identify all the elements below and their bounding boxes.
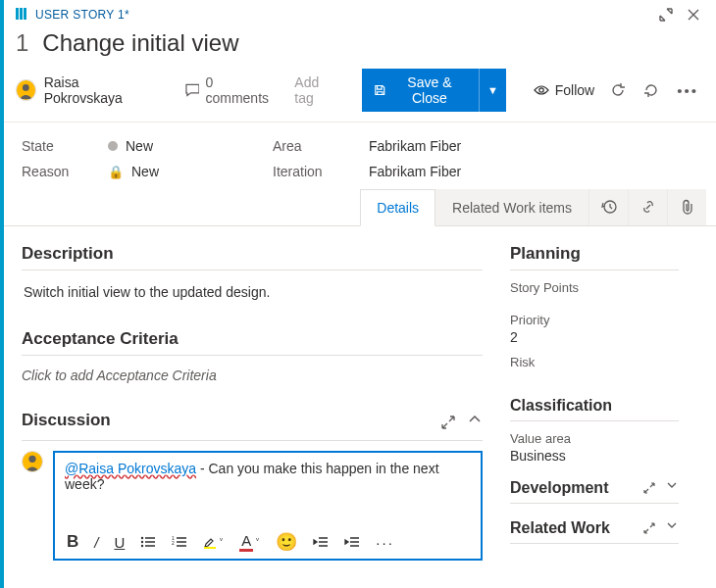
divider [22, 355, 483, 356]
font-color-button[interactable]: A˅ [239, 532, 260, 552]
divider [22, 270, 483, 270]
description-text[interactable]: Switch initial view to the updated desig… [22, 280, 483, 304]
undo-icon[interactable] [641, 80, 661, 100]
svg-point-3 [28, 456, 35, 463]
work-item-title[interactable]: Change initial view [42, 29, 238, 57]
assigned-to[interactable]: Raisa Pokrovskaya [44, 74, 154, 106]
lock-icon: 🔒 [108, 165, 124, 179]
related-work-title: Related Work [510, 519, 679, 537]
fields-grid: State New Area Fabrikam Fiber Reason 🔒Ne… [0, 122, 716, 189]
avatar[interactable] [16, 79, 36, 101]
area-label: Area [273, 138, 351, 154]
numbered-list-button[interactable]: 12 [172, 535, 187, 549]
editor-toolbar: B / U 12 ˅ A˅ 🙂 [55, 525, 481, 559]
acceptance-criteria-placeholder[interactable]: Click to add Acceptance Criteria [22, 366, 483, 385]
eye-icon [534, 84, 549, 96]
divider [510, 270, 679, 270]
divider [510, 420, 679, 421]
svg-point-4 [141, 537, 143, 539]
main-column: Description Switch initial view to the u… [0, 226, 500, 561]
comments-label: 0 comments [205, 74, 275, 106]
emoji-button[interactable]: 🙂 [276, 531, 297, 553]
svg-text:2: 2 [172, 540, 175, 546]
divider [22, 440, 483, 441]
value-area-label: Value area [510, 431, 679, 446]
priority-label: Priority [510, 313, 679, 327]
classification-title: Classification [510, 397, 679, 415]
discussion-title: Discussion [22, 411, 111, 430]
description-title: Description [22, 244, 483, 264]
close-icon[interactable] [685, 6, 702, 24]
bullet-list-button[interactable] [140, 535, 156, 549]
more-actions-icon[interactable]: ••• [675, 80, 700, 101]
refresh-icon[interactable] [608, 80, 628, 100]
state-value[interactable]: New [108, 138, 255, 154]
state-dot-icon [108, 141, 118, 151]
development-title: Development [510, 479, 679, 497]
iteration-value[interactable]: Fabrikam Fiber [369, 164, 696, 179]
bold-button[interactable]: B [67, 532, 78, 552]
planning-title: Planning [510, 244, 679, 264]
follow-button[interactable]: Follow [534, 82, 594, 98]
save-icon [374, 83, 386, 97]
tab-history-icon[interactable] [588, 189, 628, 225]
priority-value[interactable]: 2 [510, 329, 679, 345]
tab-details[interactable]: Details [360, 189, 435, 226]
header-row: USER STORY 1* [0, 0, 716, 25]
divider [510, 543, 679, 544]
content-area: Description Switch initial view to the u… [0, 226, 716, 561]
more-formatting-icon[interactable]: ··· [376, 534, 394, 551]
expand-icon[interactable] [641, 520, 657, 536]
expand-icon[interactable] [641, 480, 657, 496]
highlight-button[interactable]: ˅ [203, 535, 224, 549]
tab-bar: Details Related Work items [0, 189, 716, 226]
title-row: 1 Change initial view [0, 25, 716, 65]
chevron-down-icon[interactable] [665, 480, 679, 496]
save-dropdown-button[interactable]: ▼ [479, 69, 506, 112]
chevron-down-icon[interactable] [665, 520, 679, 536]
follow-label: Follow [555, 82, 594, 98]
value-area-value[interactable]: Business [510, 448, 679, 464]
discussion-editor[interactable]: @Raisa Pokrovskaya - Can you make this h… [53, 451, 483, 561]
svg-point-5 [141, 541, 143, 543]
color-accent-bar [0, 0, 4, 588]
work-item-type-label: USER STORY 1* [35, 8, 129, 22]
svg-point-6 [141, 545, 143, 547]
reason-label: Reason [22, 164, 90, 179]
side-column: Planning Story Points Priority 2 Risk Cl… [500, 226, 696, 561]
work-item-type-icon [16, 8, 29, 22]
increase-indent-button[interactable] [344, 536, 360, 548]
save-and-close-button[interactable]: Save & Close [362, 69, 478, 112]
divider [510, 503, 679, 504]
discussion-text-area[interactable]: @Raisa Pokrovskaya - Can you make this h… [55, 453, 481, 525]
reason-value[interactable]: 🔒New [108, 164, 255, 179]
add-tag[interactable]: Add tag [294, 74, 338, 106]
save-label: Save & Close [392, 74, 467, 106]
expand-icon[interactable] [439, 414, 457, 431]
svg-rect-9 [204, 547, 216, 549]
comments-count[interactable]: 0 comments [185, 74, 276, 106]
risk-label: Risk [510, 355, 679, 369]
tab-related-work-items[interactable]: Related Work items [435, 189, 588, 225]
work-item-id: 1 [16, 29, 28, 57]
iteration-label: Iteration [273, 164, 351, 179]
comment-icon [185, 83, 200, 97]
area-value[interactable]: Fabrikam Fiber [369, 138, 696, 154]
tab-links-icon[interactable] [628, 189, 667, 225]
mention[interactable]: @Raisa Pokrovskaya [65, 461, 196, 476]
acceptance-criteria-title: Acceptance Criteria [22, 329, 483, 349]
tab-attachments-icon[interactable] [667, 189, 706, 225]
svg-point-0 [23, 84, 29, 91]
avatar [22, 451, 43, 472]
state-label: State [22, 138, 90, 154]
chevron-up-icon[interactable] [467, 414, 483, 431]
svg-point-1 [539, 88, 543, 92]
italic-button[interactable]: / [94, 534, 98, 551]
byline-row: Raisa Pokrovskaya 0 comments Add tag Sav… [0, 65, 716, 122]
underline-button[interactable]: U [114, 534, 125, 551]
story-points-label: Story Points [510, 280, 679, 295]
restore-window-icon[interactable] [657, 6, 675, 24]
decrease-indent-button[interactable] [313, 536, 329, 548]
